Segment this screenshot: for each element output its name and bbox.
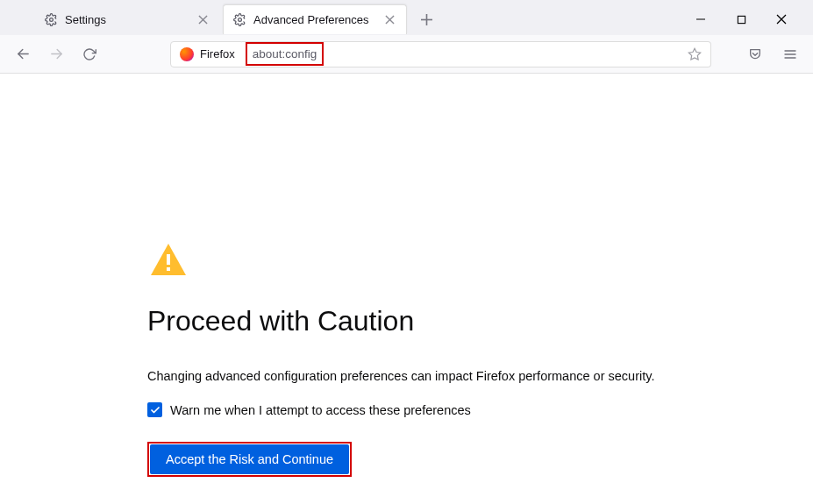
warn-checkbox-row[interactable]: Warn me when I attempt to access these p… bbox=[147, 402, 813, 417]
url-text: about:config bbox=[246, 42, 324, 66]
forward-button[interactable] bbox=[42, 40, 70, 68]
svg-rect-19 bbox=[167, 267, 170, 271]
close-icon[interactable] bbox=[382, 12, 397, 28]
tab-label: Settings bbox=[65, 13, 188, 26]
warning-description: Changing advanced configuration preferen… bbox=[147, 369, 813, 383]
identity-box[interactable]: Firefox bbox=[170, 41, 245, 67]
checkbox-checked-icon[interactable] bbox=[147, 402, 162, 417]
url-bar-area: Firefox about:config bbox=[170, 41, 711, 67]
bookmark-star-icon[interactable] bbox=[686, 46, 703, 63]
menu-button[interactable] bbox=[776, 40, 804, 68]
navigation-toolbar: Firefox about:config bbox=[0, 35, 813, 74]
url-input[interactable]: about:config bbox=[242, 41, 711, 67]
tab-label: Advanced Preferences bbox=[253, 13, 374, 26]
minimize-button[interactable] bbox=[688, 7, 713, 32]
identity-label: Firefox bbox=[200, 47, 235, 60]
tab-strip: Settings Advanced Preferences bbox=[0, 0, 813, 35]
firefox-logo-icon bbox=[180, 47, 194, 61]
checkbox-label: Warn me when I attempt to access these p… bbox=[170, 403, 471, 417]
gear-icon bbox=[44, 12, 58, 26]
svg-point-3 bbox=[238, 18, 241, 22]
pocket-icon[interactable] bbox=[741, 40, 769, 68]
maximize-button[interactable] bbox=[729, 7, 753, 32]
page-title: Proceed with Caution bbox=[147, 305, 813, 337]
window-controls bbox=[688, 7, 806, 32]
svg-rect-9 bbox=[738, 16, 745, 23]
close-icon[interactable] bbox=[195, 11, 210, 27]
reload-button[interactable] bbox=[75, 40, 103, 68]
toolbar-right-icons bbox=[741, 40, 804, 68]
tab-advanced-preferences[interactable]: Advanced Preferences bbox=[223, 4, 407, 34]
warning-triangle-icon bbox=[147, 240, 189, 282]
accept-risk-button[interactable]: Accept the Risk and Continue bbox=[150, 444, 349, 474]
new-tab-button[interactable] bbox=[414, 7, 439, 32]
highlight-frame: Accept the Risk and Continue bbox=[147, 442, 352, 477]
tab-settings[interactable]: Settings bbox=[35, 4, 219, 34]
svg-marker-14 bbox=[688, 48, 700, 60]
back-button[interactable] bbox=[9, 40, 37, 68]
gear-icon bbox=[232, 13, 246, 27]
window-close-button[interactable] bbox=[769, 7, 794, 32]
svg-rect-18 bbox=[167, 254, 170, 265]
about-config-warning: Proceed with Caution Changing advanced c… bbox=[0, 74, 813, 477]
svg-point-0 bbox=[49, 18, 53, 21]
